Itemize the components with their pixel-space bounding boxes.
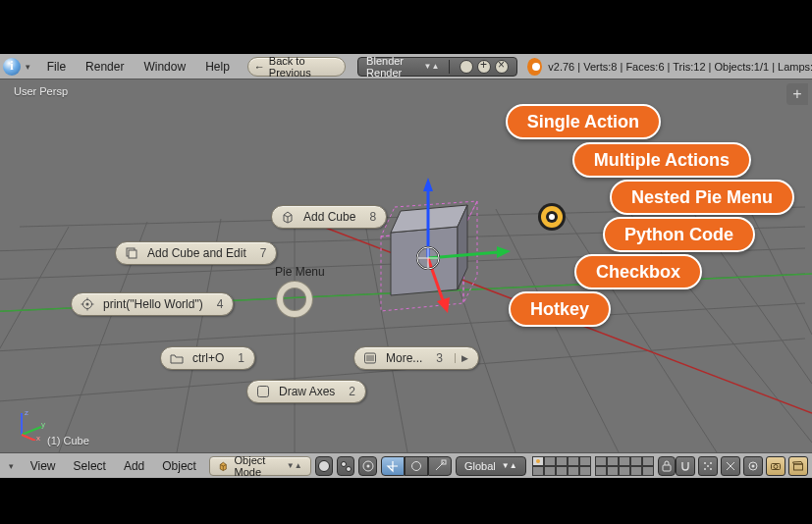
svg-point-81 <box>752 464 755 467</box>
opengl-render-button[interactable] <box>743 456 763 476</box>
svg-text:x: x <box>36 434 40 441</box>
pie-item-label: More... <box>386 351 422 365</box>
render-engine-select[interactable]: Blender Render ▼▲ <box>357 57 517 77</box>
menu-select[interactable]: Select <box>65 453 115 479</box>
pie-item-label: ctrl+O <box>192 351 224 365</box>
annotation-single-action: Single Action <box>506 104 661 139</box>
svg-point-83 <box>774 464 778 468</box>
axis-orientation-widget: z y x <box>14 407 47 441</box>
mode-label: Object Mode <box>235 454 281 478</box>
menu-render[interactable]: Render <box>76 54 134 79</box>
render-animation-button[interactable] <box>788 456 808 476</box>
svg-marker-85 <box>793 461 803 464</box>
svg-point-64 <box>318 460 329 471</box>
svg-point-65 <box>342 461 347 466</box>
editor-type-3dview-icon[interactable]: ▾ <box>2 461 22 471</box>
svg-line-39 <box>288 215 292 217</box>
snap-type[interactable] <box>698 456 718 476</box>
annotation-python-code: Python Code <box>603 217 755 252</box>
layer-buttons[interactable] <box>532 456 654 476</box>
svg-rect-49 <box>258 387 269 397</box>
editor-type-icon[interactable]: i <box>0 54 24 79</box>
pie-item-number: 1 <box>238 351 244 365</box>
svg-point-75 <box>704 468 706 470</box>
svg-line-10 <box>363 213 407 452</box>
annotation-hotkey: Hotkey <box>509 291 611 327</box>
app-window: i ▾ File Render Window Help ← Back to Pr… <box>0 54 812 478</box>
annotation-nested-pie: Nested Pie Menu <box>610 180 794 215</box>
pie-item-label: Add Cube <box>303 210 355 224</box>
pie-item-print[interactable]: print("Hello World") 4 <box>71 292 234 316</box>
orientation-label: Global <box>464 460 496 472</box>
pie-menu-ring <box>277 282 312 317</box>
svg-text:z: z <box>25 408 28 417</box>
manipulator-scale[interactable] <box>428 456 452 476</box>
pie-item-number: 3 <box>436 351 443 365</box>
3dview-header: ▾ View Select Add Object Object Mode ▼▲ <box>0 452 812 478</box>
annotation-target-icon <box>535 200 568 234</box>
properties-panel-toggle[interactable]: + <box>786 83 808 105</box>
checkbox-icon <box>255 384 271 399</box>
stack-icon <box>124 245 139 261</box>
pie-item-label: Add Cube and Edit <box>147 246 246 260</box>
transform-orientation-select[interactable]: Global ▼▲ <box>456 456 526 476</box>
scene-stats: v2.76 | Verts:8 | Faces:6 | Tris:12 | Ob… <box>548 61 812 73</box>
3d-viewport[interactable]: User Persp (1) Cube <box>0 79 812 452</box>
back-arrow-icon: ← <box>254 61 265 73</box>
pie-menu-title: Pie Menu <box>275 265 325 279</box>
svg-rect-72 <box>663 465 671 471</box>
menu-add[interactable]: Add <box>115 453 153 479</box>
pie-item-add-cube[interactable]: Add Cube 8 <box>271 205 387 229</box>
pivot-point-button[interactable] <box>337 456 354 476</box>
scene-browse-icon[interactable] <box>460 60 473 74</box>
render-image-button[interactable] <box>766 456 785 476</box>
svg-point-77 <box>707 465 709 467</box>
snap-toggle[interactable] <box>676 456 695 476</box>
svg-line-70 <box>436 462 444 470</box>
manipulator-toggle-group <box>381 456 452 476</box>
manipulator-translate[interactable] <box>381 456 405 476</box>
header-collapse-icon[interactable]: ▾ <box>24 62 33 72</box>
svg-line-12 <box>496 209 619 452</box>
pie-item-number: 4 <box>217 297 224 311</box>
pie-item-add-cube-edit[interactable]: Add Cube and Edit 7 <box>115 241 277 265</box>
info-header: i ▾ File Render Window Help ← Back to Pr… <box>0 54 812 79</box>
pie-item-number: 7 <box>260 246 267 260</box>
menu-help[interactable]: Help <box>195 54 240 79</box>
back-label: Back to Previous <box>269 55 335 79</box>
pie-item-hotkey[interactable]: ctrl+O 1 <box>160 346 255 370</box>
svg-rect-84 <box>794 464 803 470</box>
menu-file[interactable]: File <box>37 54 76 79</box>
lock-camera-button[interactable] <box>658 456 676 476</box>
svg-text:y: y <box>41 420 45 429</box>
svg-point-66 <box>347 466 352 471</box>
svg-rect-42 <box>129 250 136 258</box>
scene-remove-icon[interactable] <box>495 60 509 74</box>
pie-item-draw-axes[interactable]: Draw Axes 2 <box>246 380 366 403</box>
menu-object[interactable]: Object <box>153 453 205 479</box>
dropdown-icon: ▼▲ <box>502 461 517 470</box>
pie-item-number: 2 <box>349 385 355 398</box>
shading-mode-button[interactable] <box>315 456 333 476</box>
manipulator-rotate[interactable] <box>405 456 428 476</box>
object-mode-icon <box>218 459 229 473</box>
pie-item-more[interactable]: More... 3 ▶ <box>353 346 479 370</box>
pie-item-number: 8 <box>369 210 376 224</box>
svg-line-38 <box>284 215 288 217</box>
scene-add-icon[interactable] <box>477 60 491 74</box>
snap-and-render-icons <box>676 456 808 476</box>
svg-line-58 <box>22 435 35 441</box>
proportional-edit[interactable] <box>721 456 740 476</box>
annotation-multiple-actions: Multiple Actions <box>572 142 751 178</box>
svg-point-74 <box>710 462 712 464</box>
view-perspective-label: User Persp <box>14 85 68 97</box>
svg-point-44 <box>86 303 89 306</box>
mode-select[interactable]: Object Mode ▼▲ <box>209 456 311 476</box>
annotation-checkbox: Checkbox <box>574 254 702 289</box>
back-to-previous-button[interactable]: ← Back to Previous <box>247 57 346 77</box>
menu-window[interactable]: Window <box>134 54 195 79</box>
menu-view[interactable]: View <box>22 453 65 479</box>
render-engine-value: Blender Render <box>366 55 416 79</box>
3d-cursor-button[interactable] <box>358 456 376 476</box>
menu-icon <box>362 350 378 366</box>
